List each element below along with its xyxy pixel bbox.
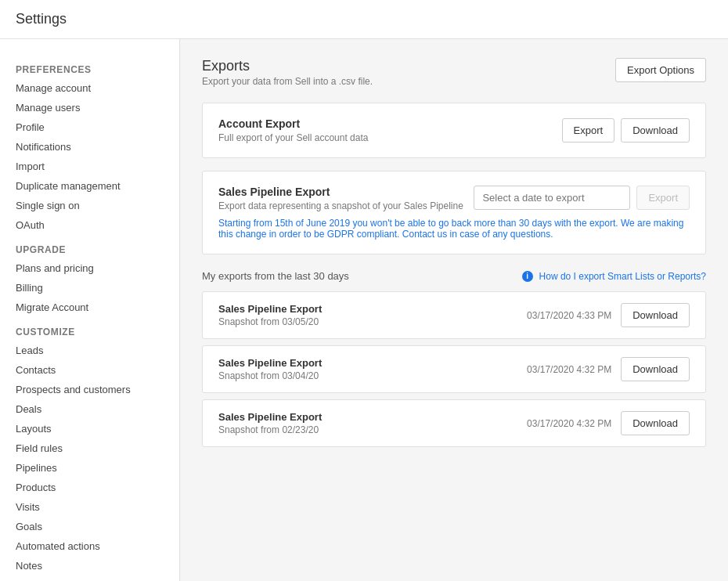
sidebar-item-billing[interactable]: Billing [0, 278, 179, 298]
pipeline-export-title: Sales Pipeline Export [218, 186, 463, 198]
export-row-download-button-1[interactable]: Download [621, 357, 690, 381]
sidebar-item-duplicate-management[interactable]: Duplicate management [0, 176, 179, 196]
sidebar-section-label-upgrade: Upgrade [0, 235, 179, 258]
export-rows-container: Sales Pipeline Export Snapshot from 03/0… [202, 291, 706, 447]
sidebar-item-automated-actions[interactable]: Automated actions [0, 536, 179, 556]
sidebar-item-visits[interactable]: Visits [0, 497, 179, 517]
main-content: Exports Export your data from Sell into … [180, 39, 728, 581]
export-row: Sales Pipeline Export Snapshot from 03/0… [202, 345, 706, 393]
export-row: Sales Pipeline Export Snapshot from 03/0… [202, 291, 706, 339]
sidebar-section-label-tools: Tools [0, 576, 179, 581]
account-export-desc: Full export of your Sell account data [218, 132, 368, 143]
sidebar-item-deals[interactable]: Deals [0, 399, 179, 419]
export-row-download-button-2[interactable]: Download [621, 411, 690, 435]
pipeline-export-text: Sales Pipeline Export Export data repres… [218, 186, 463, 211]
export-row-text-2: Sales Pipeline Export Snapshot from 02/2… [218, 411, 322, 435]
pipeline-notice: Starting from 15th of June 2019 you won'… [218, 218, 690, 240]
export-row-text-1: Sales Pipeline Export Snapshot from 03/0… [218, 357, 322, 381]
export-row-date-2: 03/17/2020 4:32 PM [527, 418, 611, 429]
page-wrapper: Settings PreferencesManage accountManage… [0, 0, 728, 581]
pipeline-contact-link[interactable]: Contact us in case of any questions. [402, 229, 553, 240]
account-export-row: Account Export Full export of your Sell … [218, 117, 690, 143]
sidebar-item-notes[interactable]: Notes [0, 556, 179, 576]
sidebar-section-label-customize: Customize [0, 317, 179, 341]
sidebar-item-import[interactable]: Import [0, 157, 179, 176]
sidebar: PreferencesManage accountManage usersPro… [0, 39, 180, 581]
sidebar-item-manage-users[interactable]: Manage users [0, 98, 179, 117]
pipeline-export-desc: Export data representing a snapshot of y… [218, 200, 463, 211]
sidebar-item-leads[interactable]: Leads [0, 341, 179, 360]
account-export-card: Account Export Full export of your Sell … [202, 103, 706, 158]
sidebar-item-layouts[interactable]: Layouts [0, 419, 179, 438]
page-title: Settings [0, 0, 728, 39]
export-row-right-0: 03/17/2020 4:33 PM Download [527, 303, 690, 327]
account-export-actions: Export Download [562, 118, 690, 143]
info-icon: i [522, 271, 533, 282]
sidebar-item-goals[interactable]: Goals [0, 517, 179, 536]
sidebar-item-products[interactable]: Products [0, 478, 179, 497]
exports-subtitle: Export your data from Sell into a .csv f… [202, 76, 373, 87]
pipeline-top-row: Sales Pipeline Export Export data repres… [218, 186, 690, 211]
my-exports-label: My exports from the last 30 days [202, 270, 349, 282]
sales-pipeline-export-card: Sales Pipeline Export Export data repres… [202, 171, 706, 254]
sidebar-item-manage-account[interactable]: Manage account [0, 78, 179, 98]
exports-title: Exports [202, 58, 373, 74]
sidebar-item-plans-and-pricing[interactable]: Plans and pricing [0, 258, 179, 278]
export-row-right-1: 03/17/2020 4:32 PM Download [527, 357, 690, 381]
help-link[interactable]: i How do I export Smart Lists or Reports… [522, 271, 706, 282]
exports-header: Exports Export your data from Sell into … [202, 58, 706, 87]
my-exports-header: My exports from the last 30 days i How d… [202, 270, 706, 282]
sidebar-item-notifications[interactable]: Notifications [0, 137, 179, 157]
sidebar-item-profile[interactable]: Profile [0, 117, 179, 137]
account-export-title: Account Export [218, 117, 368, 130]
sidebar-item-single-sign-on[interactable]: Single sign on [0, 196, 179, 215]
export-row-download-button-0[interactable]: Download [621, 303, 690, 327]
account-export-button[interactable]: Export [562, 118, 615, 143]
exports-header-text: Exports Export your data from Sell into … [202, 58, 373, 87]
export-options-button[interactable]: Export Options [615, 58, 706, 82]
sidebar-item-contacts[interactable]: Contacts [0, 360, 179, 380]
date-select-input[interactable] [474, 186, 630, 210]
sidebar-item-oauth[interactable]: OAuth [0, 215, 179, 235]
content-area: PreferencesManage accountManage usersPro… [0, 39, 728, 581]
export-row-title-2: Sales Pipeline Export [218, 411, 322, 423]
sidebar-section-label-preferences: Preferences [0, 55, 179, 78]
export-row-date-0: 03/17/2020 4:33 PM [527, 310, 611, 321]
sidebar-item-field-rules[interactable]: Field rules [0, 438, 179, 458]
help-link-text: How do I export Smart Lists or Reports? [539, 271, 706, 282]
export-row-subtitle-0: Snapshot from 03/05/20 [218, 316, 322, 327]
sidebar-item-pipelines[interactable]: Pipelines [0, 458, 179, 478]
sidebar-item-prospects-and-customers[interactable]: Prospects and customers [0, 380, 179, 399]
export-row-text-0: Sales Pipeline Export Snapshot from 03/0… [218, 303, 322, 327]
account-download-button[interactable]: Download [621, 118, 690, 143]
account-export-text: Account Export Full export of your Sell … [218, 117, 368, 143]
sidebar-item-migrate-account[interactable]: Migrate Account [0, 298, 179, 317]
export-row-date-1: 03/17/2020 4:32 PM [527, 364, 611, 375]
export-row-subtitle-2: Snapshot from 02/23/20 [218, 424, 322, 435]
pipeline-export-button: Export [636, 186, 690, 210]
export-row-title-1: Sales Pipeline Export [218, 357, 322, 369]
export-row-right-2: 03/17/2020 4:32 PM Download [527, 411, 690, 435]
export-row: Sales Pipeline Export Snapshot from 02/2… [202, 399, 706, 447]
export-row-title-0: Sales Pipeline Export [218, 303, 322, 315]
pipeline-export-actions: Export [474, 186, 690, 210]
export-row-subtitle-1: Snapshot from 03/04/20 [218, 370, 322, 381]
